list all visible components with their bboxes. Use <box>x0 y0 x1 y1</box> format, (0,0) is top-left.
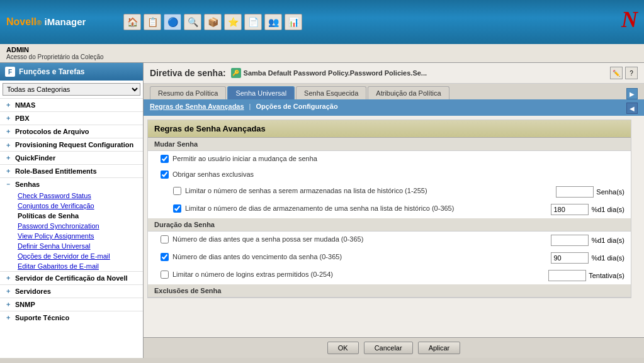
content-area: Diretiva de senha: 🔑 Samba Default Passw… <box>144 63 644 358</box>
row-dias-mudanca: Número de dias antes que a senha possa s… <box>148 232 631 249</box>
ok-button[interactable]: OK <box>327 342 359 354</box>
sidebar-link-emailserver[interactable]: Opções de Servidor de E-mail <box>0 251 143 261</box>
input-senhas-field[interactable] <box>556 186 594 198</box>
toolbar-report[interactable]: 📊 <box>285 14 302 30</box>
category-dropdown[interactable]: Todas as Categorias <box>3 83 140 96</box>
section-title: Regras de Senha Avançadas <box>148 120 631 138</box>
help-icon[interactable]: ? <box>625 67 638 79</box>
input-vencimento: %d1 dia(s) <box>551 252 624 264</box>
label-limitar-dias: Limitar o número de dias de armazenament… <box>185 204 547 213</box>
sidebar-label-rolebased: Role-Based Entitlements <box>15 167 97 175</box>
sidebar-item-quickfinder[interactable]: ＋ QuickFinder <box>0 151 143 164</box>
sidebar-item-senhas[interactable]: － Senhas <box>0 177 143 191</box>
checkbox-limitar-numero[interactable] <box>173 187 181 195</box>
input-dias-historico: %d1 dia(s) <box>551 204 624 215</box>
suffix-senhas: Senha(s) <box>596 188 624 196</box>
expand-icon-pbx: ＋ <box>5 114 13 123</box>
sidebar-item-nmas[interactable]: ＋ NMAS <box>0 98 143 111</box>
expand-icon-provisioning: ＋ <box>5 141 13 149</box>
sidebar-header: F Funções e Tarefas <box>0 63 143 81</box>
label-limitar-numero: Limitar o número de senhas a serem armaz… <box>185 186 552 196</box>
mudar-senha-header: Mudar Senha <box>148 138 631 151</box>
subnav-regras[interactable]: Regras de Senha Avançadas <box>150 103 244 114</box>
checkbox-dias-mudanca[interactable] <box>161 235 169 243</box>
sidebar-label-suporte: Suporte Técnico <box>15 314 69 321</box>
sidebar-link-passwordsync[interactable]: Password Synchronization <box>0 221 143 231</box>
row-obrigar: Obrigar senhas exclusivas <box>148 167 631 182</box>
toolbar-tasks[interactable]: 📋 <box>144 14 161 30</box>
expand-icon-protocolos: ＋ <box>5 127 13 136</box>
toolbar-users[interactable]: 👥 <box>264 14 282 30</box>
input-dias-mudanca: %d1 dia(s) <box>551 235 624 246</box>
tab-nav-right[interactable]: ▶ <box>626 88 638 99</box>
cancel-button[interactable]: Cancelar <box>364 342 413 354</box>
admin-bar: ADMIN Acesso do Proprietário da Coleção <box>0 44 644 63</box>
checkbox-vencimento[interactable] <box>161 253 169 261</box>
content-title: Diretiva de senha: 🔑 Samba Default Passw… <box>150 68 427 78</box>
tab-senha-universal[interactable]: Senha Universal <box>227 86 295 99</box>
sidebar-item-rolebased[interactable]: ＋ Role-Based Entitlements <box>0 164 143 177</box>
sidebar-title: Funções e Tarefas <box>19 67 84 76</box>
expand-icon-suporte: ＋ <box>5 313 13 322</box>
sidebar-item-suporte[interactable]: ＋ Suporte Técnico <box>0 311 143 324</box>
toolbar-list[interactable]: 📄 <box>244 14 262 30</box>
category-select[interactable]: Todas as Categorias <box>3 83 140 96</box>
input-dias-mudanca-field[interactable] <box>551 235 589 246</box>
tab-resumo[interactable]: Resumo da Política <box>150 86 226 99</box>
toolbar-search[interactable]: 🔍 <box>184 14 201 30</box>
suffix-tentativas: Tentativa(s) <box>589 272 624 279</box>
expand-icon-certificacao: ＋ <box>5 274 13 282</box>
admin-name: ADMIN <box>6 46 638 53</box>
sidebar-tree: ＋ NMAS ＋ PBX ＋ Protocolos de Arquivo ＋ P… <box>0 98 143 358</box>
checkbox-logins-extras[interactable] <box>161 271 169 279</box>
tab-senha-esquecida[interactable]: Senha Esquecida <box>296 86 366 99</box>
content-scroll[interactable]: Regras de Senha Avançadas Mudar Senha Pe… <box>144 116 644 337</box>
sidebar-item-provisioning[interactable]: ＋ Provisioning Request Configuration <box>0 138 143 151</box>
sidebar-link-definirsenha[interactable]: Definir Senha Universal <box>0 241 143 251</box>
sidebar-link-checkpassword[interactable]: Check Password Status <box>0 191 143 201</box>
checkbox-limitar-dias[interactable] <box>173 204 181 213</box>
input-vencimento-field[interactable] <box>551 252 589 264</box>
checkbox-permitir[interactable] <box>161 155 169 163</box>
novell-brand: Novell® iManager <box>6 16 86 28</box>
toolbar-star[interactable]: ⭐ <box>224 14 242 30</box>
toolbar-home[interactable]: 🏠 <box>123 14 141 30</box>
label-permitir: Permitir ao usuário iniciar a mudança de… <box>172 154 624 164</box>
sidebar-label-pbx: PBX <box>15 114 30 122</box>
sidebar-link-conjuntos[interactable]: Conjuntos de Verificação <box>0 201 143 211</box>
input-tentativas-field[interactable] <box>548 270 586 281</box>
sidebar-item-servidores[interactable]: ＋ Servidores <box>0 284 143 298</box>
sidebar-item-protocolos[interactable]: ＋ Protocolos de Arquivo <box>0 125 143 138</box>
suffix-dias-mudanca: %d1 dia(s) <box>591 237 624 244</box>
subnav-opcoes[interactable]: Opções de Configuração <box>256 103 337 114</box>
sidebar-link-viewpolicy[interactable]: View Policy Assignments <box>0 231 143 241</box>
apply-button[interactable]: Aplicar <box>418 342 461 354</box>
sidebar-item-snmp[interactable]: ＋ SNMP <box>0 298 143 311</box>
sidebar-link-emailtemplates[interactable]: Editar Gabaritos de E-mail <box>0 261 143 271</box>
form-area: Regras de Senha Avançadas Mudar Senha Pe… <box>147 120 631 298</box>
sidebar-item-pbx[interactable]: ＋ PBX <box>0 111 143 125</box>
tab-atribuicao[interactable]: Atribuição da Política <box>368 86 449 99</box>
input-dias-historico-field[interactable] <box>551 204 589 215</box>
expand-icon-snmp: ＋ <box>5 300 13 309</box>
toolbar-package[interactable]: 📦 <box>204 14 222 30</box>
sidebar-item-certificacao[interactable]: ＋ Servidor de Certificação da Novell <box>0 271 143 284</box>
policy-name: Samba Default Password Policy.Password P… <box>244 69 427 77</box>
content-header: Diretiva de senha: 🔑 Samba Default Passw… <box>144 63 644 84</box>
label-obrigar: Obrigar senhas exclusivas <box>172 170 624 179</box>
checkbox-obrigar[interactable] <box>161 170 169 179</box>
expand-icon-senhas: － <box>5 180 13 189</box>
n-logo-icon: N <box>621 6 638 33</box>
sidebar-label-provisioning: Provisioning Request Configuration <box>15 140 133 149</box>
row-limitar-numero: Limitar o número de senhas a serem armaz… <box>148 183 631 201</box>
help-edit-icon[interactable]: ✏️ <box>610 67 623 79</box>
sidebar-link-politicas[interactable]: Políticas de Senha <box>0 211 143 221</box>
sidebar-icon: F <box>5 67 15 77</box>
label-logins-extras: Limitar o número de logins extras permit… <box>172 270 545 279</box>
label-dias-mudanca: Número de dias antes que a senha possa s… <box>172 235 547 244</box>
subnav-nav-left[interactable]: ◀ <box>626 103 638 114</box>
toolbar-active[interactable]: 🔵 <box>164 14 181 30</box>
row-limitar-dias: Limitar o número de dias de armazenament… <box>148 201 631 218</box>
app-header: Novell® iManager 🏠 📋 🔵 🔍 📦 ⭐ 📄 👥 📊 N <box>0 0 644 44</box>
tabs-bar: Resumo da Política Senha Universal Senha… <box>144 84 644 101</box>
